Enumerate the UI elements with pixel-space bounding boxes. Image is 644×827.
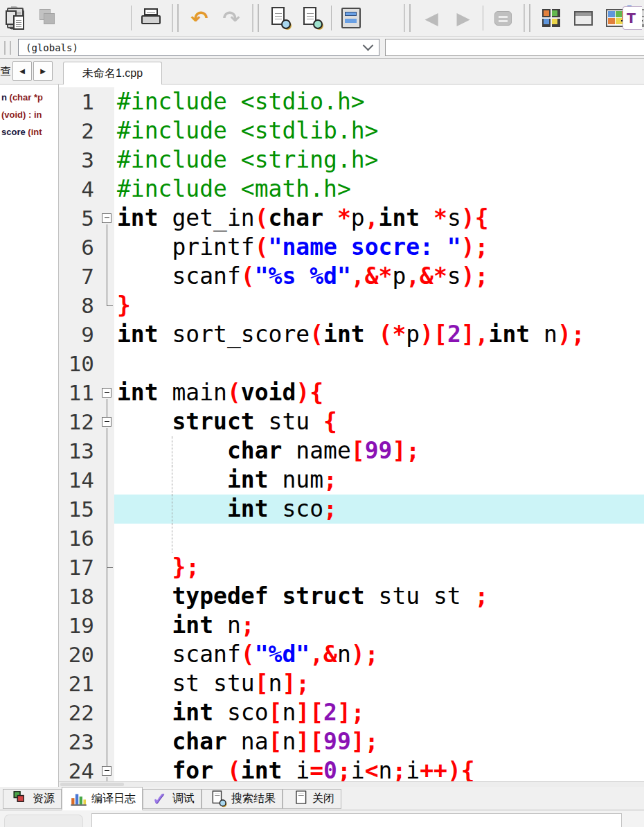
code-line[interactable]: 3#include <string.h> <box>59 145 644 175</box>
tab-scroll-right-button[interactable]: ▶ <box>33 61 53 81</box>
tab-resources[interactable]: 资源 <box>3 789 62 809</box>
close-all-icon[interactable]: ✕ <box>96 2 127 34</box>
close-file-icon[interactable]: ✕ <box>64 2 96 34</box>
undo-icon[interactable]: ↶ <box>184 2 215 34</box>
line-number: 11 <box>59 378 100 407</box>
tab-close-panel[interactable]: ✕关闭 <box>283 789 341 809</box>
code-line[interactable]: 18 typedef struct stu st ; <box>59 582 644 611</box>
horizontal-scrollbar[interactable] <box>59 781 644 787</box>
fold-toggle-icon[interactable] <box>100 378 114 407</box>
bottom-tab-bar: 资源编译日志✓调试搜索结果✕关闭 <box>0 787 644 810</box>
fold-margin <box>100 582 114 611</box>
line-number: 13 <box>59 436 100 465</box>
redo-icon: ↷ <box>218 5 244 31</box>
tab-scroll-left-button[interactable]: ◀ <box>12 61 32 81</box>
symbol-signature: (char *p <box>10 92 43 103</box>
line-number: 2 <box>59 116 100 145</box>
bottom-tab-label: 编译日志 <box>91 792 136 806</box>
find-icon[interactable] <box>264 2 296 34</box>
code-text: int sort_score(int (*p)[2],int n); <box>114 320 644 349</box>
code-line[interactable]: 15 int sco; <box>59 495 644 524</box>
code-text: } <box>114 291 644 320</box>
fold-margin <box>100 495 114 524</box>
code-editor[interactable]: 1#include <stdio.h>2#include <stdlib.h>3… <box>59 85 644 787</box>
line-number: 20 <box>59 640 100 669</box>
fold-margin <box>100 320 114 349</box>
code-line[interactable]: 16 <box>59 524 644 553</box>
new-window-icon[interactable] <box>567 2 599 34</box>
code-line[interactable]: 24 for (int i=0;i<n;i++){ <box>59 756 644 781</box>
fold-toggle-icon[interactable] <box>100 756 114 781</box>
fold-margin <box>100 698 114 727</box>
tab-debug[interactable]: ✓调试 <box>143 789 202 809</box>
fold-toggle-icon[interactable] <box>100 407 114 436</box>
right-arrow-icon: ▶ <box>40 67 46 75</box>
file-tab-label: 未命名1.cpp <box>82 66 143 81</box>
code-line[interactable]: 21 st stu[n]; <box>59 669 644 698</box>
left-arrow-icon: ◀ <box>19 67 25 75</box>
code-text: #include <stdlib.h> <box>114 116 644 145</box>
code-lines[interactable]: 1#include <stdio.h>2#include <stdlib.h>3… <box>59 85 644 781</box>
code-line[interactable]: 17 }; <box>59 553 644 582</box>
fold-margin <box>100 262 114 291</box>
class-browser-item[interactable]: (void) : in <box>0 106 58 123</box>
goto-function-icon[interactable] <box>335 2 367 34</box>
tab-unnamed1-cpp[interactable]: 未命名1.cpp <box>63 62 162 85</box>
code-line[interactable]: 14 int num; <box>59 465 644 495</box>
code-line[interactable]: 23 char na[n][99]; <box>59 727 644 756</box>
class-browser-item[interactable]: score (int <box>0 123 58 141</box>
indent-guide <box>172 524 172 553</box>
chevron-down-icon <box>363 40 374 51</box>
code-text: scanf("%s %d",&*p,&*s); <box>114 262 644 291</box>
scope-selector[interactable]: (globals) <box>18 39 379 56</box>
line-number: 3 <box>59 145 100 175</box>
goto-line-icon[interactable]: ▶ <box>367 2 399 34</box>
toolbar-separator <box>524 4 530 32</box>
code-line[interactable]: 19 int n; <box>59 611 644 640</box>
code-line[interactable]: 6 printf("name socre: "); <box>59 233 644 262</box>
code-line[interactable]: 20 scanf("%d",&n); <box>59 640 644 669</box>
code-text: int sco[n][2]; <box>114 698 644 727</box>
code-text: int n; <box>114 611 644 640</box>
code-line[interactable]: 7 scanf("%s %d",&*p,&*s); <box>59 262 644 291</box>
code-text: struct stu { <box>114 407 644 436</box>
fold-margin <box>100 436 114 465</box>
code-line[interactable]: 8} <box>59 291 644 320</box>
code-text: int main(void){ <box>114 378 644 407</box>
fold-margin <box>100 145 114 175</box>
symbol-name: score <box>1 127 28 137</box>
indent-guide <box>172 436 172 465</box>
member-selector[interactable] <box>385 39 644 56</box>
code-line[interactable]: 11int main(void){ <box>59 378 644 407</box>
tab-search-results[interactable]: 搜索结果 <box>202 789 283 809</box>
code-line[interactable]: 12 struct stu { <box>59 407 644 436</box>
class-browser-item[interactable]: n (char *p <box>0 89 58 106</box>
toolbar-row-1: ✕✕↶↷▶◀▶✓✕✕T <box>0 0 644 37</box>
code-line[interactable]: 22 int sco[n][2]; <box>59 698 644 727</box>
line-number: 23 <box>59 727 100 756</box>
fold-margin <box>100 524 114 553</box>
new-window-icon <box>570 5 596 31</box>
scrollbar-thumb[interactable] <box>60 783 124 786</box>
print-icon[interactable] <box>135 2 167 34</box>
replace-icon[interactable] <box>296 2 328 34</box>
devcpp-window: ✕✕↶↷▶◀▶✓✕✕T (globals) 查 ◀ ▶ 未命名1.cpp n (… <box>0 0 644 827</box>
code-line[interactable]: 10 <box>59 349 644 378</box>
tab-search-results-icon <box>208 790 229 808</box>
code-line[interactable]: 5int get_in(char *p,int *s){ <box>59 204 644 233</box>
toolbar-separator <box>172 4 179 32</box>
tab-compile-log[interactable]: 编译日志 <box>62 787 143 810</box>
fold-toggle-icon[interactable] <box>100 204 114 233</box>
new-project-icon[interactable] <box>535 2 567 34</box>
code-line[interactable]: 1#include <stdio.h> <box>59 87 644 116</box>
tab-close-panel-icon: ✕ <box>289 790 310 808</box>
code-line[interactable]: 4#include <math.h> <box>59 175 644 204</box>
toolbar-separator <box>252 4 259 32</box>
code-line[interactable]: 13 char name[99]; <box>59 436 644 465</box>
class-browser: n (char *p(void) : inscore (int <box>0 85 59 787</box>
line-number: 10 <box>59 349 100 378</box>
clipped-right-icon[interactable]: T <box>616 2 644 34</box>
code-line[interactable]: 2#include <stdlib.h> <box>59 116 644 145</box>
forward-icon: ▶ <box>450 5 476 31</box>
code-line[interactable]: 9int sort_score(int (*p)[2],int n); <box>59 320 644 349</box>
